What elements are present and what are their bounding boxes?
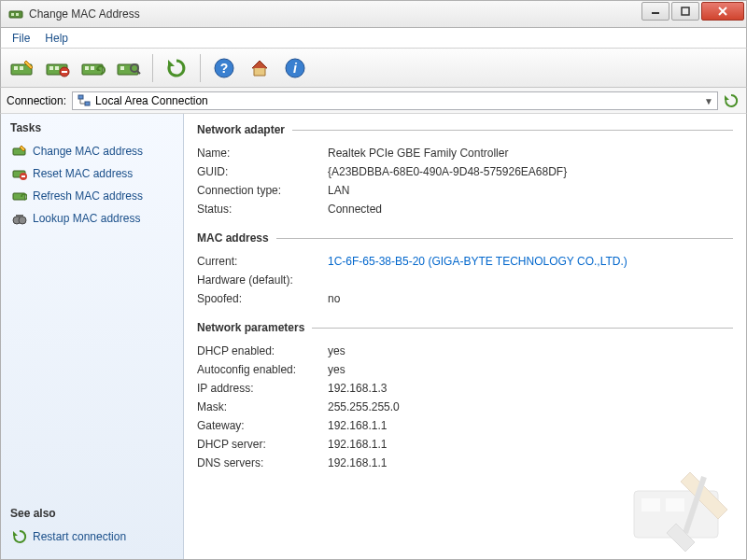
minimize-button[interactable] bbox=[641, 2, 669, 21]
network-icon bbox=[77, 93, 92, 108]
svg-rect-19 bbox=[120, 66, 124, 70]
connection-label: Connection: bbox=[7, 94, 66, 107]
title-bar: Change MAC Address bbox=[0, 0, 747, 28]
dhcp-value: yes bbox=[328, 344, 345, 357]
task-reset-mac[interactable]: Reset MAC address bbox=[10, 162, 174, 185]
dhcpsrv-label: DHCP server: bbox=[197, 438, 328, 451]
mac-spoofed-label: Spoofed: bbox=[197, 292, 328, 305]
ip-label: IP address: bbox=[197, 382, 328, 395]
autoconfig-value: yes bbox=[328, 363, 345, 376]
mac-current-label: Current: bbox=[197, 255, 328, 268]
task-label: Refresh MAC address bbox=[33, 189, 143, 203]
adapter-guid-label: GUID: bbox=[197, 165, 328, 178]
home-button[interactable] bbox=[244, 52, 275, 84]
section-network: Network parameters DHCP enabled:yes Auto… bbox=[197, 321, 733, 472]
svg-rect-2 bbox=[16, 13, 19, 16]
task-label: Reset MAC address bbox=[33, 167, 133, 180]
section-header: Network parameters bbox=[197, 321, 304, 334]
chevron-down-icon: ▼ bbox=[704, 96, 713, 106]
svg-rect-37 bbox=[641, 498, 660, 511]
binoculars-icon bbox=[12, 211, 27, 226]
dns-value: 192.168.1.1 bbox=[328, 456, 387, 469]
menu-bar: File Help bbox=[0, 28, 747, 49]
svg-rect-26 bbox=[78, 95, 83, 99]
section-header: MAC address bbox=[197, 231, 269, 245]
close-button[interactable] bbox=[701, 2, 744, 21]
refresh-button[interactable] bbox=[161, 52, 192, 84]
svg-rect-31 bbox=[21, 175, 25, 177]
svg-rect-16 bbox=[85, 66, 89, 70]
maximize-button[interactable] bbox=[671, 2, 699, 21]
connection-row: Connection: Local Area Connection ▼ bbox=[0, 88, 747, 114]
svg-rect-35 bbox=[16, 215, 23, 217]
autoconfig-label: Autoconfig enabled: bbox=[197, 363, 328, 376]
refresh-mac-button[interactable] bbox=[78, 52, 109, 84]
content: Tasks Change MAC address Reset MAC addre… bbox=[0, 114, 747, 560]
svg-text:?: ? bbox=[220, 61, 229, 76]
lookup-mac-button[interactable] bbox=[113, 52, 145, 84]
connection-refresh-button[interactable] bbox=[724, 93, 740, 108]
svg-rect-36 bbox=[634, 491, 718, 538]
section-mac: MAC address Current:1C-6F-65-38-B5-20 (G… bbox=[197, 231, 733, 308]
svg-rect-17 bbox=[91, 66, 94, 70]
dns-label: DNS servers: bbox=[197, 456, 328, 469]
adapter-name-value: Realtek PCIe GBE Family Controller bbox=[328, 147, 508, 160]
svg-rect-11 bbox=[49, 66, 53, 70]
refresh-icon bbox=[12, 529, 27, 544]
menu-file[interactable]: File bbox=[5, 30, 37, 47]
refresh-card-icon bbox=[12, 189, 27, 203]
adapter-name-label: Name: bbox=[197, 147, 328, 160]
task-lookup-mac[interactable]: Lookup MAC address bbox=[10, 207, 174, 230]
seealso-label: Restart connection bbox=[33, 530, 126, 543]
section-header: Network adapter bbox=[197, 123, 285, 136]
svg-rect-38 bbox=[666, 498, 684, 511]
dhcpsrv-value: 192.168.1.1 bbox=[328, 438, 387, 451]
svg-rect-1 bbox=[11, 13, 14, 16]
app-icon bbox=[8, 7, 23, 21]
tasks-header: Tasks bbox=[10, 121, 174, 134]
adapter-status-value: Connected bbox=[328, 203, 382, 216]
adapter-guid-value: {A23BDBBA-68E0-490A-9D48-575926EA68DF} bbox=[328, 165, 567, 178]
seealso-restart-connection[interactable]: Restart connection bbox=[10, 525, 174, 548]
minus-card-icon bbox=[12, 166, 27, 181]
seealso-header: See also bbox=[10, 507, 174, 520]
menu-help[interactable]: Help bbox=[37, 30, 76, 47]
mac-hw-label: Hardware (default): bbox=[197, 273, 328, 287]
toolbar: ? i bbox=[0, 49, 747, 88]
mask-value: 255.255.255.0 bbox=[328, 400, 400, 413]
mac-current-value[interactable]: 1C-6F-65-38-B5-20 (GIGA-BYTE TECHNOLOGY … bbox=[328, 255, 627, 268]
sidebar: Tasks Change MAC address Reset MAC addre… bbox=[1, 114, 184, 559]
reset-mac-button[interactable] bbox=[42, 52, 74, 84]
info-button[interactable]: i bbox=[279, 52, 311, 84]
connection-select[interactable]: Local Area Connection ▼ bbox=[72, 91, 718, 110]
task-label: Change MAC address bbox=[33, 145, 143, 158]
svg-rect-4 bbox=[682, 7, 689, 15]
task-refresh-mac[interactable]: Refresh MAC address bbox=[10, 185, 174, 207]
task-change-mac[interactable]: Change MAC address bbox=[10, 140, 174, 162]
toolbar-separator bbox=[152, 54, 153, 82]
pencil-card-icon bbox=[12, 144, 27, 159]
svg-rect-8 bbox=[14, 66, 18, 70]
help-button[interactable]: ? bbox=[208, 52, 240, 84]
task-label: Lookup MAC address bbox=[33, 212, 140, 225]
gateway-label: Gateway: bbox=[197, 419, 328, 432]
adapter-conn-label: Connection type: bbox=[197, 184, 328, 197]
svg-point-34 bbox=[19, 217, 26, 224]
svg-rect-9 bbox=[20, 66, 23, 70]
svg-rect-12 bbox=[55, 66, 59, 70]
connection-value: Local Area Connection bbox=[95, 94, 208, 107]
change-mac-button[interactable] bbox=[7, 52, 38, 84]
adapter-conn-value: LAN bbox=[328, 184, 349, 197]
svg-rect-27 bbox=[85, 102, 90, 105]
mac-spoofed-value: no bbox=[328, 292, 340, 305]
svg-rect-14 bbox=[62, 71, 67, 73]
main-panel: Network adapter Name:Realtek PCIe GBE Fa… bbox=[184, 114, 746, 559]
toolbar-separator bbox=[200, 54, 201, 82]
window-title: Change MAC Address bbox=[29, 7, 641, 21]
window-controls bbox=[641, 1, 746, 27]
mask-label: Mask: bbox=[197, 400, 328, 413]
dhcp-label: DHCP enabled: bbox=[197, 344, 328, 357]
gateway-value: 192.168.1.1 bbox=[328, 419, 387, 432]
section-adapter: Network adapter Name:Realtek PCIe GBE Fa… bbox=[197, 123, 733, 218]
adapter-status-label: Status: bbox=[197, 203, 328, 216]
